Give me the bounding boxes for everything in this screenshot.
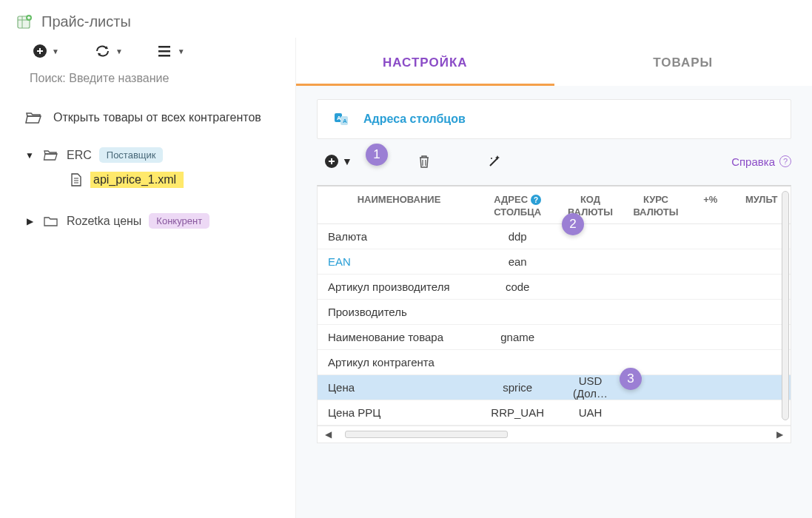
svg-rect-6: [158, 50, 170, 53]
caret-down-icon: ▼: [52, 47, 59, 56]
cell-name: Артикул производителя: [318, 280, 477, 293]
svg-text:A: A: [337, 115, 341, 121]
table-row[interactable]: Производитель: [318, 300, 791, 325]
caret-down-icon: ▼: [342, 155, 352, 167]
folder-open-icon: [25, 110, 43, 125]
page-title: Прайс-листы: [41, 13, 131, 30]
action-row: ▼ 1: [317, 139, 791, 181]
tree-file-label: api_price_1.xml: [90, 172, 184, 188]
table-row[interactable]: ЦенаspriceUSD (Дол…: [318, 375, 791, 400]
scroll-left-icon[interactable]: ◀: [322, 429, 335, 440]
sidebar-toolbar: ▼ ▼ ▼: [15, 38, 281, 69]
cell-addr[interactable]: ddp: [477, 230, 557, 243]
cell-code[interactable]: UAH: [557, 406, 623, 419]
th-name[interactable]: НАИМЕНОВАНИЕ: [318, 194, 477, 219]
cell-name: Производитель: [318, 306, 477, 318]
svg-rect-5: [158, 46, 170, 48]
file-icon: [70, 172, 83, 187]
sync-icon: [95, 44, 111, 58]
plus-circle-icon: [33, 44, 47, 58]
folder-open-icon: [43, 149, 59, 162]
table-header: НАИМЕНОВАНИЕ АДРЕС ? СТОЛБЦА КОД ВАЛЮТЫ: [318, 186, 791, 224]
panel-header[interactable]: A A Адреса столбцов: [318, 100, 791, 138]
tree-item-label: ERC: [67, 149, 92, 162]
cell-addr[interactable]: RRP_UAH: [477, 406, 557, 419]
tree-item-rozetka[interactable]: ▶ Rozetka цены Конкурент: [19, 207, 276, 235]
svg-text:A: A: [343, 118, 347, 124]
tree-file-item[interactable]: api_price_1.xml: [19, 169, 276, 191]
step-badge-3: 3: [620, 368, 642, 390]
search-label: Поиск:: [30, 72, 66, 84]
cell-addr[interactable]: ean: [477, 255, 557, 268]
step-badge-2: 2: [562, 213, 584, 235]
add-button[interactable]: ▼: [33, 44, 59, 58]
tab-settings[interactable]: НАСТРОЙКА: [296, 38, 554, 86]
cell-name: Цена: [318, 381, 477, 394]
help-label: Справка: [731, 155, 775, 168]
cell-name: Цена РРЦ: [318, 406, 477, 419]
cell-name: Валюта: [318, 230, 477, 243]
list-icon: [158, 45, 173, 57]
help-icon: ?: [779, 155, 791, 167]
list-button[interactable]: ▼: [158, 45, 185, 57]
translate-icon: A A: [334, 112, 350, 127]
sidebar: ▼ ▼ ▼: [0, 38, 296, 518]
cell-addr[interactable]: gname: [477, 331, 557, 343]
cell-name: Артикул контрагента: [318, 356, 477, 369]
table-row[interactable]: Цена РРЦRRP_UAHUAH: [318, 400, 791, 426]
step-badge-1: 1: [366, 144, 388, 166]
tree-item-label: Rozetka цены: [67, 215, 141, 228]
th-addr[interactable]: АДРЕС ? СТОЛБЦА: [477, 194, 557, 219]
supplier-badge: Поставщик: [99, 147, 164, 163]
competitor-badge: Конкурент: [149, 213, 209, 229]
cell-name: Наименование товара: [318, 331, 477, 343]
svg-point-13: [491, 158, 492, 159]
tabs: НАСТРОЙКА ТОВАРЫ: [296, 38, 812, 86]
tree: ▼ ERC Поставщик: [15, 141, 281, 235]
panel-title: Адреса столбцов: [363, 112, 466, 126]
tab-products[interactable]: ТОВАРЫ: [554, 38, 813, 86]
svg-rect-7: [158, 55, 170, 57]
caret-down-icon: ▼: [115, 47, 123, 56]
table-row[interactable]: Валютаddp: [318, 224, 791, 249]
table-row[interactable]: Наименование товараgname: [318, 325, 791, 350]
search-row[interactable]: Поиск: Введите название: [15, 69, 281, 97]
scroll-right-icon[interactable]: ▶: [774, 429, 786, 440]
caret-down-icon[interactable]: ▼: [24, 150, 36, 161]
cell-addr[interactable]: code: [477, 280, 557, 293]
open-all-label: Открыть товары от всех контрагентов: [53, 111, 261, 124]
magic-button[interactable]: [487, 154, 502, 169]
cell-name[interactable]: EAN: [318, 255, 477, 268]
tree-item-erc[interactable]: ▼ ERC Поставщик: [19, 141, 276, 169]
sync-button[interactable]: ▼: [95, 44, 123, 58]
open-all-products[interactable]: Открыть товары от всех контрагентов: [15, 97, 281, 141]
plus-circle-icon: [324, 154, 339, 169]
table-row[interactable]: EANean: [318, 249, 791, 275]
table-row[interactable]: Артикул производителяcode: [318, 275, 791, 300]
columns-table: НАИМЕНОВАНИЕ АДРЕС ? СТОЛБЦА КОД ВАЛЮТЫ: [317, 185, 791, 443]
column-addresses-panel: A A Адреса столбцов: [317, 99, 791, 139]
pricelist-icon: [16, 14, 33, 30]
caret-down-icon: ▼: [178, 47, 185, 56]
info-icon[interactable]: ?: [531, 195, 541, 205]
table-row[interactable]: Артикул контрагента: [318, 350, 791, 375]
help-link[interactable]: Справка ?: [731, 155, 791, 168]
horizontal-scrollbar[interactable]: ◀ ▶: [318, 426, 791, 443]
wand-icon: [487, 154, 502, 169]
vertical-scrollbar[interactable]: [782, 191, 789, 420]
cell-code[interactable]: USD (Дол…: [557, 374, 623, 400]
trash-icon: [417, 154, 431, 169]
search-placeholder: Введите название: [69, 72, 169, 84]
scroll-thumb[interactable]: [345, 431, 508, 438]
th-rate[interactable]: КУРС ВАЛЮТЫ: [623, 194, 689, 219]
delete-button[interactable]: [417, 154, 431, 169]
add-column-button[interactable]: ▼: [324, 154, 352, 169]
page-header: Прайс-листы: [0, 0, 812, 38]
main: НАСТРОЙКА ТОВАРЫ A A Ад: [296, 38, 812, 518]
caret-right-icon[interactable]: ▶: [24, 216, 36, 226]
cell-addr[interactable]: sprice: [477, 381, 557, 394]
folder-icon: [43, 215, 59, 228]
th-pct[interactable]: +%: [688, 194, 732, 219]
